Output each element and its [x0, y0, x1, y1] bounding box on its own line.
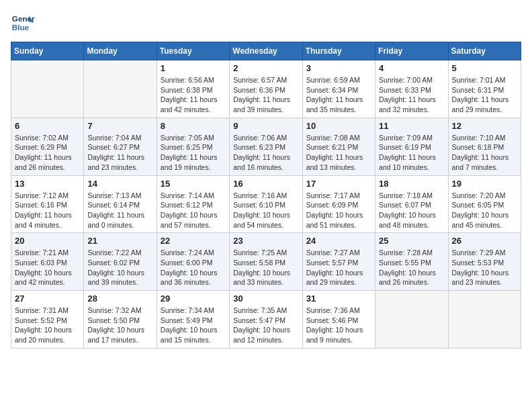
day-number: 13 — [15, 179, 80, 189]
calendar-cell: 26Sunrise: 7:29 AMSunset: 5:53 PMDayligh… — [448, 233, 521, 291]
calendar-cell: 10Sunrise: 7:08 AMSunset: 6:21 PMDayligh… — [302, 118, 375, 175]
day-number: 26 — [452, 236, 517, 246]
day-number: 9 — [233, 121, 298, 131]
calendar-cell — [11, 60, 84, 118]
day-info: Sunrise: 7:13 AMSunset: 6:14 PMDaylight:… — [87, 191, 152, 230]
day-number: 28 — [87, 293, 152, 304]
calendar-cell: 6Sunrise: 7:02 AMSunset: 6:29 PMDaylight… — [11, 118, 84, 175]
day-number: 23 — [233, 236, 298, 246]
day-number: 30 — [233, 293, 298, 304]
day-number: 3 — [306, 63, 371, 73]
calendar-cell: 11Sunrise: 7:09 AMSunset: 6:19 PMDayligh… — [375, 118, 448, 175]
header-tuesday: Tuesday — [157, 42, 229, 60]
calendar-cell: 18Sunrise: 7:18 AMSunset: 6:07 PMDayligh… — [375, 175, 448, 233]
header-wednesday: Wednesday — [230, 42, 302, 60]
day-info: Sunrise: 7:27 AMSunset: 5:57 PMDaylight:… — [306, 248, 371, 287]
day-info: Sunrise: 7:24 AMSunset: 6:00 PMDaylight:… — [161, 248, 226, 287]
header-thursday: Thursday — [302, 42, 375, 60]
day-number: 21 — [87, 236, 152, 246]
day-number: 18 — [379, 179, 444, 189]
day-number: 16 — [233, 179, 298, 189]
calendar-cell: 28Sunrise: 7:32 AMSunset: 5:50 PMDayligh… — [84, 291, 157, 349]
day-info: Sunrise: 7:35 AMSunset: 5:47 PMDaylight:… — [233, 306, 298, 345]
day-number: 22 — [161, 236, 226, 246]
calendar-cell: 16Sunrise: 7:16 AMSunset: 6:10 PMDayligh… — [230, 175, 302, 233]
day-number: 5 — [452, 63, 517, 73]
day-number: 25 — [379, 236, 444, 246]
day-number: 6 — [15, 121, 80, 131]
header-monday: Monday — [84, 42, 157, 60]
day-info: Sunrise: 7:05 AMSunset: 6:25 PMDaylight:… — [161, 133, 226, 173]
day-number: 7 — [87, 121, 152, 131]
day-info: Sunrise: 7:09 AMSunset: 6:19 PMDaylight:… — [379, 133, 444, 173]
page-header: General Blue — [11, 11, 521, 35]
calendar-cell: 15Sunrise: 7:14 AMSunset: 6:12 PMDayligh… — [157, 175, 229, 233]
calendar-cell: 22Sunrise: 7:24 AMSunset: 6:00 PMDayligh… — [157, 233, 229, 291]
calendar-cell: 3Sunrise: 6:59 AMSunset: 6:34 PMDaylight… — [302, 60, 375, 118]
day-number: 24 — [306, 236, 371, 246]
calendar-week-4: 20Sunrise: 7:21 AMSunset: 6:03 PMDayligh… — [11, 233, 521, 291]
calendar-cell: 5Sunrise: 7:01 AMSunset: 6:31 PMDaylight… — [448, 60, 521, 118]
calendar-cell: 13Sunrise: 7:12 AMSunset: 6:16 PMDayligh… — [11, 175, 84, 233]
header-sunday: Sunday — [11, 42, 84, 60]
day-info: Sunrise: 7:20 AMSunset: 6:05 PMDaylight:… — [452, 191, 517, 230]
calendar-cell: 17Sunrise: 7:17 AMSunset: 6:09 PMDayligh… — [302, 175, 375, 233]
calendar-cell: 2Sunrise: 6:57 AMSunset: 6:36 PMDaylight… — [230, 60, 302, 118]
calendar-cell: 7Sunrise: 7:04 AMSunset: 6:27 PMDaylight… — [84, 118, 157, 175]
day-number: 19 — [452, 179, 517, 189]
calendar-cell: 23Sunrise: 7:25 AMSunset: 5:58 PMDayligh… — [230, 233, 302, 291]
day-info: Sunrise: 7:18 AMSunset: 6:07 PMDaylight:… — [379, 191, 444, 230]
calendar-week-5: 27Sunrise: 7:31 AMSunset: 5:52 PMDayligh… — [11, 291, 521, 349]
calendar-cell: 31Sunrise: 7:36 AMSunset: 5:46 PMDayligh… — [302, 291, 375, 349]
calendar-cell: 8Sunrise: 7:05 AMSunset: 6:25 PMDaylight… — [157, 118, 229, 175]
day-info: Sunrise: 7:16 AMSunset: 6:10 PMDaylight:… — [233, 191, 298, 230]
day-number: 15 — [161, 179, 226, 189]
day-info: Sunrise: 7:12 AMSunset: 6:16 PMDaylight:… — [15, 191, 80, 230]
day-number: 4 — [379, 63, 444, 73]
day-info: Sunrise: 7:29 AMSunset: 5:53 PMDaylight:… — [452, 248, 517, 287]
calendar-cell: 9Sunrise: 7:06 AMSunset: 6:23 PMDaylight… — [230, 118, 302, 175]
day-info: Sunrise: 7:34 AMSunset: 5:49 PMDaylight:… — [161, 306, 226, 345]
logo: General Blue — [11, 11, 38, 35]
header-saturday: Saturday — [448, 42, 521, 60]
day-info: Sunrise: 7:25 AMSunset: 5:58 PMDaylight:… — [233, 248, 298, 287]
day-info: Sunrise: 7:01 AMSunset: 6:31 PMDaylight:… — [452, 75, 517, 115]
day-number: 27 — [15, 293, 80, 304]
logo-icon: General Blue — [11, 11, 35, 35]
day-number: 8 — [161, 121, 226, 131]
day-number: 14 — [87, 179, 152, 189]
day-number: 31 — [306, 293, 371, 304]
calendar-cell: 24Sunrise: 7:27 AMSunset: 5:57 PMDayligh… — [302, 233, 375, 291]
day-info: Sunrise: 7:08 AMSunset: 6:21 PMDaylight:… — [306, 133, 371, 173]
day-info: Sunrise: 7:04 AMSunset: 6:27 PMDaylight:… — [87, 133, 152, 173]
day-info: Sunrise: 7:14 AMSunset: 6:12 PMDaylight:… — [161, 191, 226, 230]
svg-text:Blue: Blue — [12, 23, 30, 32]
calendar-cell — [375, 291, 448, 349]
day-number: 12 — [452, 121, 517, 131]
calendar-cell — [448, 291, 521, 349]
day-info: Sunrise: 7:02 AMSunset: 6:29 PMDaylight:… — [15, 133, 80, 173]
day-info: Sunrise: 7:17 AMSunset: 6:09 PMDaylight:… — [306, 191, 371, 230]
calendar-header-row: SundayMondayTuesdayWednesdayThursdayFrid… — [11, 42, 521, 60]
calendar-cell: 25Sunrise: 7:28 AMSunset: 5:55 PMDayligh… — [375, 233, 448, 291]
day-info: Sunrise: 7:21 AMSunset: 6:03 PMDaylight:… — [15, 248, 80, 287]
calendar-cell: 12Sunrise: 7:10 AMSunset: 6:18 PMDayligh… — [448, 118, 521, 175]
day-info: Sunrise: 7:06 AMSunset: 6:23 PMDaylight:… — [233, 133, 298, 173]
day-info: Sunrise: 7:22 AMSunset: 6:02 PMDaylight:… — [87, 248, 152, 287]
calendar-cell: 20Sunrise: 7:21 AMSunset: 6:03 PMDayligh… — [11, 233, 84, 291]
calendar-cell — [84, 60, 157, 118]
day-info: Sunrise: 6:59 AMSunset: 6:34 PMDaylight:… — [306, 75, 371, 115]
day-number: 17 — [306, 179, 371, 189]
calendar-cell: 19Sunrise: 7:20 AMSunset: 6:05 PMDayligh… — [448, 175, 521, 233]
day-number: 1 — [161, 63, 226, 73]
day-number: 20 — [15, 236, 80, 246]
calendar-cell: 21Sunrise: 7:22 AMSunset: 6:02 PMDayligh… — [84, 233, 157, 291]
day-info: Sunrise: 7:36 AMSunset: 5:46 PMDaylight:… — [306, 306, 371, 345]
header-friday: Friday — [375, 42, 448, 60]
day-info: Sunrise: 7:31 AMSunset: 5:52 PMDaylight:… — [15, 306, 80, 345]
calendar-week-1: 1Sunrise: 6:56 AMSunset: 6:38 PMDaylight… — [11, 60, 521, 118]
day-info: Sunrise: 7:28 AMSunset: 5:55 PMDaylight:… — [379, 248, 444, 287]
calendar-week-3: 13Sunrise: 7:12 AMSunset: 6:16 PMDayligh… — [11, 175, 521, 233]
day-info: Sunrise: 7:00 AMSunset: 6:33 PMDaylight:… — [379, 75, 444, 115]
calendar-cell: 14Sunrise: 7:13 AMSunset: 6:14 PMDayligh… — [84, 175, 157, 233]
